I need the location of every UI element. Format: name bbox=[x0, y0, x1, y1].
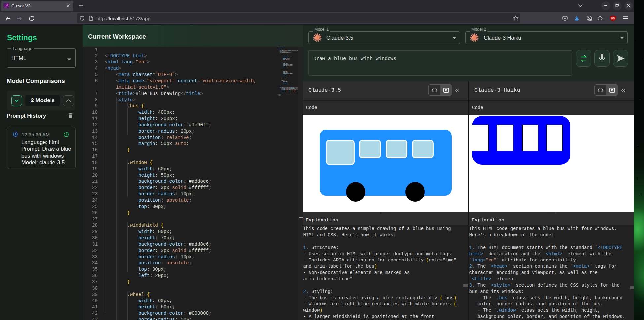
svg-text:UO: UO bbox=[611, 17, 615, 19]
